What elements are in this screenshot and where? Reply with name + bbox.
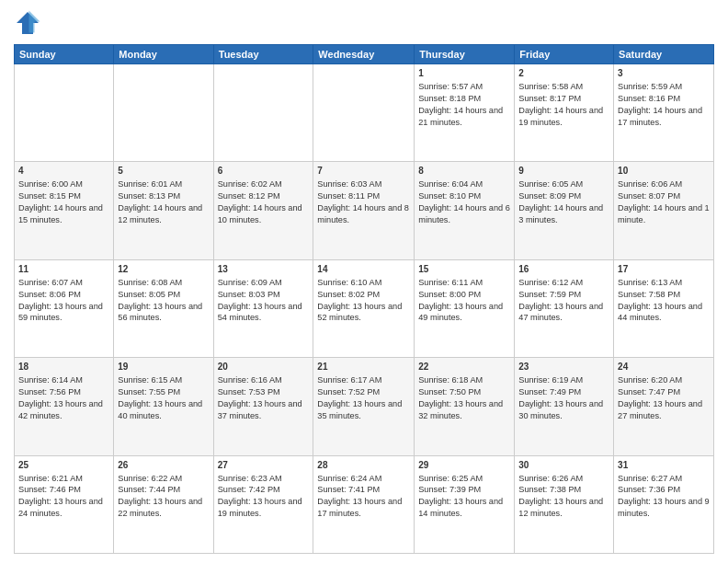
calendar-cell: 21Sunrise: 6:17 AMSunset: 7:52 PMDayligh… (313, 358, 415, 455)
header (14, 9, 714, 37)
day-header-sunday: Sunday (15, 45, 114, 64)
day-info: Sunrise: 6:12 AM (518, 277, 609, 289)
day-info: Daylight: 13 hours and 40 minutes. (118, 398, 209, 422)
day-info: Sunrise: 6:03 AM (317, 178, 410, 190)
svg-marker-1 (29, 11, 40, 33)
day-info: Sunrise: 6:26 AM (518, 473, 609, 485)
day-info: Daylight: 13 hours and 24 minutes. (18, 496, 109, 520)
calendar-cell: 23Sunrise: 6:19 AMSunset: 7:49 PMDayligh… (515, 358, 614, 455)
day-info: Sunset: 8:03 PM (218, 289, 310, 301)
page: SundayMondayTuesdayWednesdayThursdayFrid… (0, 0, 728, 563)
day-number: 29 (418, 459, 510, 472)
day-number: 18 (18, 361, 109, 373)
calendar-cell (114, 64, 213, 162)
day-info: Daylight: 14 hours and 10 minutes. (218, 202, 310, 226)
day-info: Sunrise: 6:02 AM (218, 178, 310, 190)
week-row-3: 11Sunrise: 6:07 AMSunset: 8:06 PMDayligh… (15, 259, 714, 357)
calendar-cell: 29Sunrise: 6:25 AMSunset: 7:39 PMDayligh… (415, 455, 515, 553)
day-info: Sunrise: 6:24 AM (317, 473, 410, 485)
day-info: Daylight: 13 hours and 35 minutes. (317, 398, 410, 422)
day-info: Sunset: 7:59 PM (518, 289, 609, 301)
day-number: 8 (418, 165, 510, 178)
day-info: Sunset: 7:55 PM (118, 386, 209, 398)
week-row-4: 18Sunrise: 6:14 AMSunset: 7:56 PMDayligh… (15, 358, 714, 455)
week-row-5: 25Sunrise: 6:21 AMSunset: 7:46 PMDayligh… (15, 455, 714, 553)
day-info: Daylight: 13 hours and 59 minutes. (18, 301, 109, 325)
day-number: 16 (518, 263, 609, 276)
day-header-tuesday: Tuesday (213, 45, 313, 64)
calendar-cell: 8Sunrise: 6:04 AMSunset: 8:10 PMDaylight… (415, 162, 515, 259)
calendar-cell: 9Sunrise: 6:05 AMSunset: 8:09 PMDaylight… (515, 162, 614, 259)
day-info: Daylight: 14 hours and 6 minutes. (418, 202, 510, 226)
day-number: 4 (18, 165, 109, 178)
day-info: Sunrise: 6:05 AM (518, 178, 609, 190)
calendar-cell (213, 64, 313, 162)
day-info: Sunset: 7:44 PM (118, 484, 209, 496)
day-info: Sunset: 8:06 PM (18, 289, 109, 301)
day-number: 27 (218, 459, 310, 472)
day-info: Sunset: 8:10 PM (418, 190, 510, 202)
day-info: Daylight: 13 hours and 44 minutes. (618, 301, 710, 325)
day-info: Sunset: 7:39 PM (418, 484, 510, 496)
calendar-cell: 11Sunrise: 6:07 AMSunset: 8:06 PMDayligh… (15, 259, 114, 357)
day-number: 13 (218, 263, 310, 276)
day-info: Sunset: 7:36 PM (618, 484, 710, 496)
calendar-cell: 24Sunrise: 6:20 AMSunset: 7:47 PMDayligh… (614, 358, 714, 455)
calendar-cell: 6Sunrise: 6:02 AMSunset: 8:12 PMDaylight… (213, 162, 313, 259)
day-info: Daylight: 13 hours and 54 minutes. (218, 301, 310, 325)
logo-icon (14, 9, 41, 37)
day-number: 25 (18, 459, 109, 472)
header-row: SundayMondayTuesdayWednesdayThursdayFrid… (15, 45, 714, 64)
day-info: Sunrise: 6:15 AM (118, 374, 209, 386)
day-number: 24 (618, 361, 710, 373)
day-info: Sunrise: 6:17 AM (317, 374, 410, 386)
day-number: 26 (118, 459, 209, 472)
day-info: Sunset: 7:41 PM (317, 484, 410, 496)
day-info: Sunrise: 6:21 AM (18, 473, 109, 485)
day-number: 15 (418, 263, 510, 276)
day-number: 31 (618, 459, 710, 472)
day-info: Daylight: 13 hours and 27 minutes. (618, 398, 710, 422)
day-number: 28 (317, 459, 410, 472)
day-info: Daylight: 14 hours and 1 minute. (618, 202, 710, 226)
day-info: Sunset: 8:00 PM (418, 289, 510, 301)
day-info: Sunset: 8:02 PM (317, 289, 410, 301)
day-number: 5 (118, 165, 209, 178)
day-number: 19 (118, 361, 209, 373)
calendar-cell: 3Sunrise: 5:59 AMSunset: 8:16 PMDaylight… (614, 64, 714, 162)
day-info: Sunrise: 6:22 AM (118, 473, 209, 485)
day-info: Sunrise: 5:57 AM (418, 81, 510, 93)
day-info: Sunrise: 6:06 AM (618, 178, 710, 190)
day-info: Sunset: 7:52 PM (317, 386, 410, 398)
day-info: Daylight: 14 hours and 21 minutes. (418, 105, 510, 129)
calendar-cell: 4Sunrise: 6:00 AMSunset: 8:15 PMDaylight… (15, 162, 114, 259)
day-info: Daylight: 13 hours and 14 minutes. (418, 496, 510, 520)
day-info: Daylight: 14 hours and 3 minutes. (518, 202, 609, 226)
day-info: Sunset: 8:15 PM (18, 190, 109, 202)
day-number: 23 (518, 361, 609, 373)
day-info: Sunrise: 6:10 AM (317, 277, 410, 289)
day-info: Sunset: 7:47 PM (618, 386, 710, 398)
day-info: Sunset: 8:13 PM (118, 190, 209, 202)
day-number: 10 (618, 165, 710, 178)
day-info: Sunset: 7:38 PM (518, 484, 609, 496)
day-info: Daylight: 13 hours and 56 minutes. (118, 301, 209, 325)
day-info: Daylight: 13 hours and 42 minutes. (18, 398, 109, 422)
day-info: Daylight: 14 hours and 17 minutes. (618, 105, 710, 129)
day-header-friday: Friday (515, 45, 614, 64)
day-info: Sunset: 7:56 PM (18, 386, 109, 398)
day-info: Sunset: 7:53 PM (218, 386, 310, 398)
logo (14, 9, 45, 37)
day-number: 17 (618, 263, 710, 276)
week-row-1: 1Sunrise: 5:57 AMSunset: 8:18 PMDaylight… (15, 64, 714, 162)
calendar-cell: 26Sunrise: 6:22 AMSunset: 7:44 PMDayligh… (114, 455, 213, 553)
day-info: Sunset: 8:09 PM (518, 190, 609, 202)
day-number: 9 (518, 165, 609, 178)
calendar-cell: 22Sunrise: 6:18 AMSunset: 7:50 PMDayligh… (415, 358, 515, 455)
day-info: Daylight: 13 hours and 37 minutes. (218, 398, 310, 422)
day-number: 21 (317, 361, 410, 373)
calendar-cell: 2Sunrise: 5:58 AMSunset: 8:17 PMDaylight… (515, 64, 614, 162)
day-number: 30 (518, 459, 609, 472)
day-info: Sunrise: 6:27 AM (618, 473, 710, 485)
day-info: Sunrise: 6:20 AM (618, 374, 710, 386)
